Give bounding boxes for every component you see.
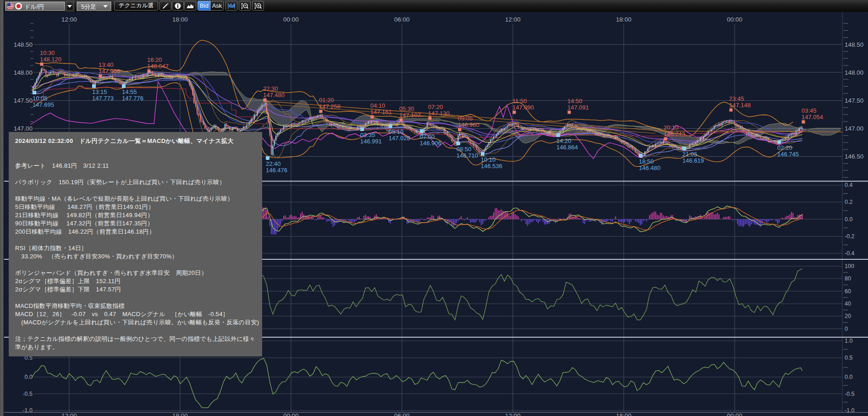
svg-text:146.864: 146.864 <box>556 144 578 151</box>
svg-text:20:10: 20:10 <box>664 124 679 131</box>
svg-text:05:30: 05:30 <box>399 105 414 112</box>
svg-text:05:10: 05:10 <box>389 128 404 135</box>
svg-text:147.091: 147.091 <box>567 104 589 111</box>
svg-text:147.258: 147.258 <box>319 103 341 110</box>
svg-text:148.00: 148.00 <box>14 69 33 76</box>
svg-text:146.906: 146.906 <box>420 140 441 147</box>
svg-text:148.00: 148.00 <box>845 69 863 76</box>
svg-text:-0.5: -0.5 <box>22 391 33 397</box>
svg-text:12:00: 12:00 <box>505 16 521 23</box>
svg-text:18:50: 18:50 <box>639 158 654 165</box>
svg-text:0.0: 0.0 <box>845 374 852 380</box>
svg-text:147.130: 147.130 <box>428 110 450 117</box>
svg-text:146.50: 146.50 <box>845 153 863 160</box>
svg-text:10:30: 10:30 <box>40 49 55 56</box>
svg-text:03:45: 03:45 <box>802 107 817 114</box>
svg-text:06:00: 06:00 <box>394 16 410 23</box>
svg-text:147.161: 147.161 <box>370 109 392 115</box>
svg-text:148.50: 148.50 <box>845 41 863 48</box>
svg-text:146.745: 146.745 <box>777 151 799 158</box>
svg-text:-0.4: -0.4 <box>845 250 855 257</box>
svg-text:147.480: 147.480 <box>263 92 285 99</box>
svg-text:60: 60 <box>845 288 851 295</box>
svg-text:22:40: 22:40 <box>266 160 281 167</box>
svg-text:08:50: 08:50 <box>456 146 472 153</box>
svg-text:146.743: 146.743 <box>664 131 685 137</box>
svg-text:100: 100 <box>845 263 854 269</box>
svg-text:146.991: 146.991 <box>360 138 382 145</box>
svg-text:18:00: 18:00 <box>172 412 188 416</box>
svg-text:12:00: 12:00 <box>505 412 521 416</box>
svg-text:147.773: 147.773 <box>92 95 114 102</box>
svg-text:146.710: 146.710 <box>456 152 478 159</box>
svg-text:10:10: 10:10 <box>481 156 496 163</box>
svg-text:14:55: 14:55 <box>122 88 137 95</box>
svg-text:147.776: 147.776 <box>122 95 143 102</box>
svg-text:12:00: 12:00 <box>61 16 77 23</box>
svg-text:0: 0 <box>845 326 848 332</box>
svg-text:09:05: 09:05 <box>458 115 473 122</box>
svg-text:148.047: 148.047 <box>147 63 169 70</box>
svg-text:11:50: 11:50 <box>512 98 527 104</box>
svg-text:147.50: 147.50 <box>845 97 863 104</box>
svg-text:14:50: 14:50 <box>567 98 582 104</box>
svg-text:147.695: 147.695 <box>33 101 54 108</box>
svg-text:03:35: 03:35 <box>360 131 375 138</box>
svg-text:146.480: 146.480 <box>639 164 660 171</box>
svg-text:40: 40 <box>845 301 851 307</box>
svg-text:147.090: 147.090 <box>512 104 534 111</box>
svg-text:147.50: 147.50 <box>14 97 33 104</box>
svg-text:18:00: 18:00 <box>616 412 632 416</box>
svg-text:00:00: 00:00 <box>283 412 299 416</box>
svg-text:07:20: 07:20 <box>428 104 443 110</box>
svg-text:0.2: 0.2 <box>845 199 852 205</box>
svg-text:23:45: 23:45 <box>729 95 744 102</box>
svg-text:21:05: 21:05 <box>682 151 698 158</box>
svg-text:13:15: 13:15 <box>92 88 107 95</box>
svg-text:00:00: 00:00 <box>283 16 299 23</box>
svg-text:18:00: 18:00 <box>172 16 188 23</box>
svg-text:13:40: 13:40 <box>99 61 114 68</box>
svg-text:146.536: 146.536 <box>481 163 502 170</box>
svg-text:80: 80 <box>845 275 851 282</box>
svg-text:10:05: 10:05 <box>33 95 48 102</box>
svg-text:02:20: 02:20 <box>777 144 792 151</box>
svg-text:16:20: 16:20 <box>147 56 162 63</box>
svg-text:147.054: 147.054 <box>802 114 823 120</box>
svg-text:147.028: 147.028 <box>389 135 410 142</box>
svg-text:0.4: 0.4 <box>845 182 852 188</box>
svg-text:147.107: 147.107 <box>399 112 421 119</box>
svg-text:00:00: 00:00 <box>727 16 742 23</box>
svg-text:07:00: 07:00 <box>420 133 435 140</box>
svg-text:22:30: 22:30 <box>263 85 278 92</box>
svg-text:147.00: 147.00 <box>845 125 863 132</box>
svg-text:-0.5: -0.5 <box>845 391 855 397</box>
svg-text:-1.0: -1.0 <box>22 407 33 414</box>
svg-text:06:00: 06:00 <box>394 412 410 416</box>
svg-text:0.5: 0.5 <box>845 355 852 361</box>
svg-text:146.619: 146.619 <box>682 157 704 164</box>
svg-text:0.0: 0.0 <box>25 374 33 380</box>
svg-text:20: 20 <box>845 313 851 319</box>
svg-text:147.148: 147.148 <box>729 102 751 109</box>
svg-text:148.120: 148.120 <box>40 56 61 63</box>
svg-text:00:00: 00:00 <box>727 412 742 416</box>
svg-text:14:20: 14:20 <box>556 137 571 144</box>
svg-text:0.0: 0.0 <box>845 216 852 223</box>
svg-text:04:10: 04:10 <box>370 102 385 109</box>
svg-text:148.50: 148.50 <box>14 41 33 48</box>
svg-text:1.0: 1.0 <box>845 338 852 344</box>
svg-text:147.00: 147.00 <box>14 125 33 132</box>
svg-text:-1.0: -1.0 <box>845 407 855 414</box>
svg-text:147.906: 147.906 <box>99 68 120 75</box>
svg-text:146.476: 146.476 <box>266 167 287 174</box>
svg-text:18:00: 18:00 <box>616 16 632 23</box>
svg-text:01:20: 01:20 <box>319 97 334 104</box>
svg-text:-0.2: -0.2 <box>845 233 855 240</box>
svg-text:12:00: 12:00 <box>61 412 77 416</box>
svg-text:146.960: 146.960 <box>458 121 479 128</box>
